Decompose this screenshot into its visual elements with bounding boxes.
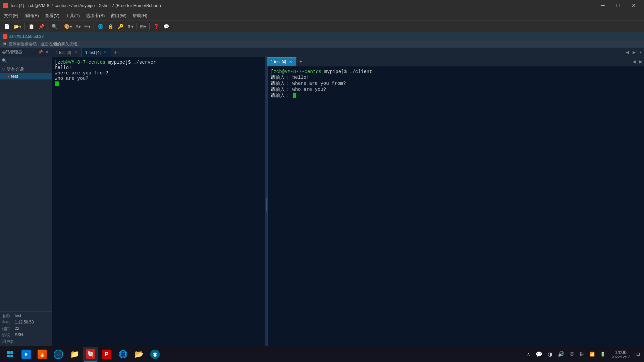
tray-chat[interactable]: 💬 xyxy=(534,350,544,358)
layout-button[interactable]: ⊞▾ xyxy=(139,22,148,31)
edge-icon: e xyxy=(21,350,31,359)
menu-window[interactable]: 窗口(W) xyxy=(108,11,129,20)
firefox-icon: 🔥 xyxy=(38,350,47,359)
terminal-line-cmd-right: [zcb@VM-8-7-centos mypipe]$ ./client xyxy=(271,69,641,74)
tree-item-all-sessions[interactable]: ▽ 所有会话 xyxy=(0,66,52,73)
ime-button[interactable]: 拼 xyxy=(578,351,585,358)
help-button[interactable]: ❓ xyxy=(151,22,161,31)
taskbar-firefox[interactable]: 🔥 xyxy=(35,347,50,362)
menu-view[interactable]: 查看(V) xyxy=(42,11,62,20)
cursor-left xyxy=(55,81,59,86)
tree-item-label: 所有会话 xyxy=(6,66,24,72)
sidebar-close-button[interactable]: ✕ xyxy=(44,50,50,55)
sidebar-pin-button[interactable]: 📌 xyxy=(38,50,43,55)
terminal-output-3: who are you? xyxy=(55,76,262,81)
addressbar: ssh://1.12.50.53:22 xyxy=(0,32,644,40)
transfer-button[interactable]: ⬆▾ xyxy=(126,22,135,31)
right-add-tab-button[interactable]: + xyxy=(297,57,305,66)
toolbar-separator-3 xyxy=(61,23,61,30)
add-tab-button[interactable]: + xyxy=(111,48,120,57)
menu-edit[interactable]: 编辑(E) xyxy=(22,11,42,20)
close-button[interactable]: ✕ xyxy=(626,0,641,11)
split-terminals: [zcb@VM-8-7-centos mypipe]$ ./server hel… xyxy=(52,57,644,353)
taskbar-globe[interactable]: 🌐 xyxy=(115,347,130,362)
toolbar-separator-4 xyxy=(94,23,94,30)
left-terminal[interactable]: [zcb@VM-8-7-centos mypipe]$ ./server hel… xyxy=(52,57,265,353)
main-area: 会话管理器 📌 ✕ 🔍 ▽ 所有会话 ● test 名称 test xyxy=(0,48,644,353)
info-row-protocol: 协议 SSH xyxy=(1,332,50,339)
lang-button[interactable]: 英 xyxy=(569,351,576,358)
taskbar-file-manager[interactable]: 📂 xyxy=(131,347,146,362)
file-manager-icon: 📂 xyxy=(134,350,144,359)
tab-label-0: 1 test [0] xyxy=(56,50,71,55)
taskbar-files[interactable]: 📁 xyxy=(67,347,82,362)
taskbar-app9[interactable]: ◉ xyxy=(148,347,162,362)
address-text: ssh://1.12.50.53:22 xyxy=(9,34,44,39)
tab-close-0[interactable]: ✕ xyxy=(73,50,78,55)
globe-button[interactable]: 🌐 xyxy=(96,22,105,31)
tab-test-4[interactable]: 1 test [4] ✕ xyxy=(82,48,111,57)
minimize-button[interactable]: ─ xyxy=(595,0,610,11)
menu-tools[interactable]: 工具(T) xyxy=(63,11,83,20)
maximize-button[interactable]: □ xyxy=(610,0,626,11)
right-tab-label-4: 1 test [4] xyxy=(271,60,286,64)
sidebar-controls: 📌 ✕ xyxy=(38,50,50,55)
tree-item-test[interactable]: ● test xyxy=(0,73,52,79)
highlight-button[interactable]: ✏▾ xyxy=(83,22,92,31)
taskbar-edge[interactable]: e xyxy=(19,347,34,362)
lock-button[interactable]: 🔒 xyxy=(106,22,115,31)
right-tab-test-4[interactable]: 1 test [4] ✕ xyxy=(267,57,297,66)
key-button[interactable]: 🔑 xyxy=(116,22,125,31)
right-tab-close-4[interactable]: ✕ xyxy=(288,60,293,64)
start-button[interactable] xyxy=(3,347,17,362)
paste-button[interactable]: 📌 xyxy=(37,22,46,31)
tab-nav-right[interactable]: ▶ xyxy=(631,48,637,57)
show-desktop-button[interactable]: ⊡ xyxy=(635,351,641,357)
taskbar-pdf[interactable]: P xyxy=(99,347,114,362)
cursor-right xyxy=(293,93,296,98)
info-label-host: 主机 xyxy=(2,320,15,325)
find-button[interactable]: 🔍 xyxy=(50,22,59,31)
right-tab-nav-left[interactable]: ◀ xyxy=(631,57,637,66)
terminal-command-right: ./client xyxy=(350,69,372,74)
taskbar-app-3[interactable]: ○ xyxy=(51,347,66,362)
menu-file[interactable]: 文件(F) xyxy=(1,11,21,20)
taskbar-xshell[interactable]: 🐚 xyxy=(83,347,98,362)
chat-button[interactable]: 💬 xyxy=(161,22,171,31)
right-output-3: 请输入： who are you? xyxy=(271,86,641,93)
tab-close-4[interactable]: ✕ xyxy=(103,50,107,55)
folder-expand-icon: ▽ xyxy=(2,67,5,72)
right-output-2: 请输入： where are you from? xyxy=(271,80,641,86)
terminals-area: 1 test [0] ✕ 1 test [4] ✕ + ◀ ▶ ▾ [zcb@V… xyxy=(52,48,644,353)
tray-battery[interactable]: 🔋 xyxy=(599,351,607,357)
menu-tabs[interactable]: 选项卡(B) xyxy=(83,11,107,20)
tray-network[interactable]: ◑ xyxy=(546,350,554,358)
tray-sound[interactable]: 🔊 xyxy=(556,350,566,358)
new-session-button[interactable]: 📄 xyxy=(2,22,11,31)
color-button[interactable]: 🎨▾ xyxy=(63,22,73,31)
taskbar-tray: ∧ 💬 ◑ 🔊 英 拼 📶 🔋 14:06 2022/12/17 ⊡ xyxy=(526,349,641,360)
menu-help[interactable]: 帮助(H) xyxy=(130,11,150,20)
tab-test-0[interactable]: 1 test [0] ✕ xyxy=(52,48,82,57)
open-button[interactable]: 📂▾ xyxy=(12,22,23,31)
info-row-port: 端口 22 xyxy=(1,326,50,332)
right-tab-nav-right[interactable]: ▶ xyxy=(637,57,644,66)
info-value-port: 22 xyxy=(15,326,19,332)
info-row-name: 名称 test xyxy=(1,313,50,319)
tab-nav-down[interactable]: ▾ xyxy=(637,48,644,57)
copy-button[interactable]: 📋 xyxy=(26,22,36,31)
tab-nav-left[interactable]: ◀ xyxy=(624,48,631,57)
titlebar-left: test [4] - zcb@VM-8-7-centos:~/test/mypi… xyxy=(3,3,161,8)
infobar-text: 要添加当前会话，点击左侧的箭头按钮。 xyxy=(9,41,81,47)
info-label-name: 名称 xyxy=(2,313,15,319)
tray-arrow[interactable]: ∧ xyxy=(526,351,532,357)
sidebar-search-bar: 🔍 xyxy=(0,57,52,64)
system-clock[interactable]: 14:06 2022/12/17 xyxy=(609,349,632,360)
terminal-output-1: hello! xyxy=(55,65,262,70)
font-button[interactable]: A▾ xyxy=(74,22,82,31)
tray-wifi[interactable]: 📶 xyxy=(588,351,596,357)
windows-taskbar: e 🔥 ○ 📁 🐚 P 🌐 📂 ◉ xyxy=(0,346,644,362)
right-terminal[interactable]: [zcb@VM-8-7-centos mypipe]$ ./client 请输入… xyxy=(267,66,644,353)
sidebar-header: 会话管理器 📌 ✕ xyxy=(0,48,52,57)
terminal-line-cmd: [zcb@VM-8-7-centos mypipe]$ ./server xyxy=(55,60,262,65)
